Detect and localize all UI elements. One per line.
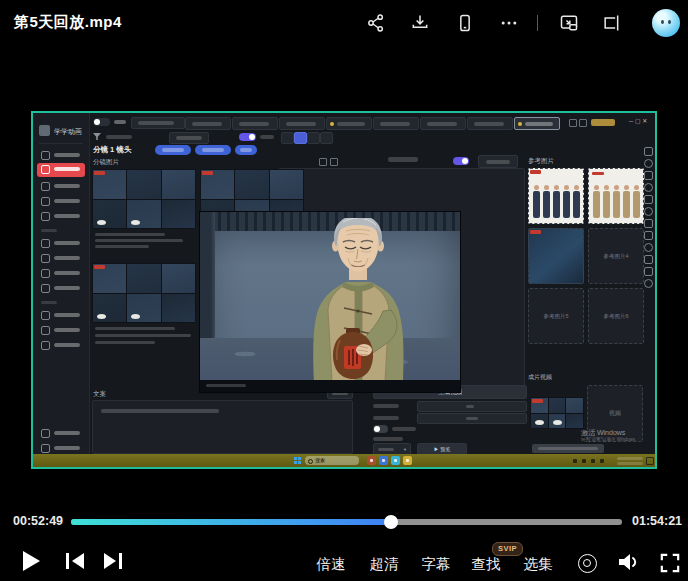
video-content-ui-element — [569, 119, 577, 127]
video-content-ui-element — [644, 183, 653, 192]
video-content-ui-element — [373, 425, 388, 433]
reference-figure — [632, 185, 640, 219]
blurred-text — [95, 341, 155, 344]
video-content-filter-icon — [93, 133, 101, 140]
progress-bar[interactable] — [71, 519, 622, 525]
progress-thumb[interactable] — [384, 515, 398, 529]
storyboard-panel — [235, 170, 268, 199]
video-content-storyboard-thumb — [92, 263, 196, 323]
blurred-text — [427, 122, 457, 126]
video-content-script-label: 文案 — [93, 390, 106, 399]
blurred-text — [474, 122, 504, 126]
blurred-text — [286, 122, 316, 126]
storyboard-panel — [531, 398, 548, 413]
video-content-ui-element — [319, 158, 327, 166]
video-content-ui-element — [37, 282, 85, 294]
play-button[interactable] — [23, 551, 40, 571]
video-content-ui-element — [37, 324, 85, 336]
video-content-ui-element — [279, 117, 325, 130]
video-content-vip-tag — [591, 119, 615, 126]
reference-figure — [562, 185, 570, 219]
video-content-ui-element — [294, 132, 307, 144]
video-content-ui-element — [644, 267, 653, 276]
picture-in-picture-icon[interactable] — [559, 13, 579, 33]
storyboard-panel — [162, 294, 195, 323]
video-content-ui-element — [453, 157, 469, 165]
video-display-area[interactable]: 学学动画 — [33, 113, 655, 467]
quality-button[interactable]: 超清 — [367, 555, 401, 574]
reference-figure — [542, 185, 550, 219]
video-content-ui-element — [644, 195, 653, 204]
record-circle-icon[interactable] — [578, 554, 597, 573]
video-content-ui-element — [644, 231, 653, 240]
storyboard-panel — [162, 200, 195, 229]
video-content-ui-element — [37, 427, 85, 439]
storyboard-panel — [162, 170, 195, 199]
video-content-final-video-label: 成片视频 — [528, 373, 552, 382]
share-icon[interactable] — [366, 13, 386, 33]
video-content-ui-element — [417, 413, 527, 424]
blurred-text — [617, 462, 643, 465]
video-content-ui-element — [373, 117, 419, 130]
next-button[interactable] — [104, 553, 126, 569]
video-content-reference-image — [528, 168, 584, 224]
video-content-ui-element — [37, 149, 85, 161]
speed-button[interactable]: 倍速 — [314, 555, 348, 574]
volume-icon[interactable] — [617, 552, 639, 576]
svip-badge: SVIP — [492, 542, 523, 556]
video-content-reference-placeholder: 参考图片5 — [528, 288, 584, 344]
video-content-reference-placeholder: 参考图片6 — [588, 288, 644, 344]
blurred-text — [54, 271, 80, 275]
storyboard-panel — [127, 200, 160, 229]
storyboard-panel — [93, 200, 126, 229]
blurred-text — [392, 427, 416, 431]
video-title: 第5天回放.mp4 — [14, 13, 122, 32]
video-content-app-logo-icon — [39, 125, 50, 136]
video-content-ui-element — [281, 132, 294, 144]
video-content-app-name: 学学动画 — [54, 127, 82, 137]
episodes-button[interactable]: 选集 — [521, 555, 555, 574]
taskbar-app-icon — [391, 456, 400, 465]
video-content-reference-scene — [528, 228, 584, 284]
storyboard-panel — [162, 264, 195, 293]
previous-button[interactable] — [66, 553, 88, 569]
download-icon[interactable] — [410, 13, 430, 33]
more-icon[interactable] — [499, 13, 519, 33]
fullscreen-icon[interactable] — [660, 553, 680, 577]
phone-cast-icon[interactable] — [455, 13, 475, 33]
user-avatar[interactable] — [652, 9, 680, 37]
video-content-storyboard-thumb — [92, 169, 196, 229]
subtitles-button[interactable]: 字幕 — [419, 555, 453, 574]
blurred-text — [95, 327, 175, 330]
blurred-text — [54, 241, 80, 245]
preview-player-bar — [200, 380, 460, 392]
blurred-text — [114, 120, 126, 124]
avatar-eye — [661, 20, 664, 24]
blurred-text — [373, 404, 399, 408]
video-content-ui-element — [644, 207, 653, 216]
video-content-ui-element — [232, 117, 278, 130]
video-content-ui-element — [467, 117, 513, 130]
find-button[interactable]: 查找 — [469, 555, 503, 574]
video-content-reference-placeholder: 参考图片4 — [588, 228, 644, 284]
video-content-ui-element — [646, 457, 654, 465]
blurred-text — [176, 136, 202, 140]
blurred-text — [239, 122, 269, 126]
video-content-ui-element — [644, 255, 653, 264]
blurred-text — [95, 239, 183, 242]
video-content-window-controls: ─ ▢ ✕ — [629, 117, 647, 124]
video-content-storyboard-label: 分镜图片 — [93, 158, 119, 167]
blurred-text — [138, 121, 174, 125]
blurred-text — [202, 148, 224, 152]
dock-window-icon[interactable] — [601, 13, 621, 33]
total-time: 01:54:21 — [632, 514, 682, 528]
storyboard-panel — [549, 414, 566, 429]
video-content-ui-element — [420, 117, 466, 130]
video-content-ui-element — [591, 459, 595, 463]
elderly-man-character — [288, 218, 428, 382]
video-content-references-label: 参考图片 — [528, 157, 554, 166]
storyboard-panel — [93, 294, 126, 323]
video-content-ui-element — [600, 459, 604, 463]
video-content-ui-element — [644, 147, 653, 156]
blurred-text — [54, 431, 80, 435]
